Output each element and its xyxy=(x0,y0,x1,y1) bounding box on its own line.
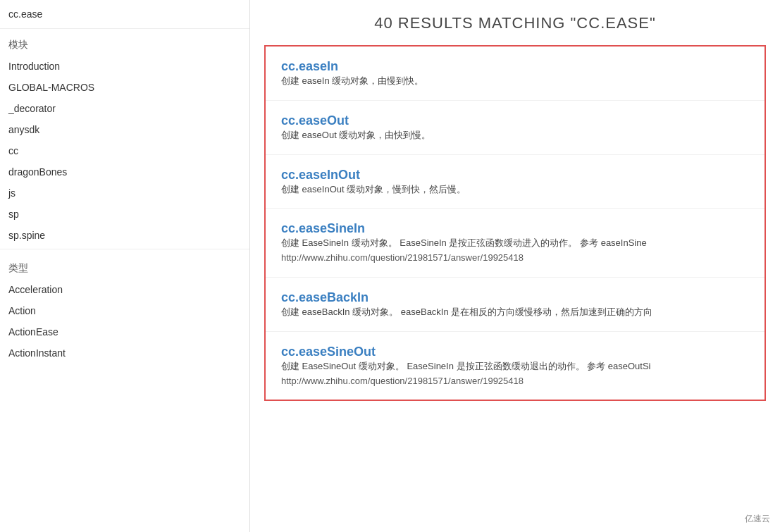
watermark: 亿速云 xyxy=(742,512,773,526)
result-item-0: cc.easeIn 创建 easeIn 缓动对象，由慢到快。 xyxy=(266,47,764,101)
result-title-2[interactable]: cc.easeInOut xyxy=(281,168,360,182)
sidebar-item-js[interactable]: js xyxy=(0,183,249,204)
sidebar-item-acceleration[interactable]: Acceleration xyxy=(0,279,249,300)
results-header: 40 RESULTS MATCHING "CC.EASE" xyxy=(250,0,780,45)
result-title-0[interactable]: cc.easeIn xyxy=(281,59,338,73)
result-item-2: cc.easeInOut 创建 easeInOut 缓动对象，慢到快，然后慢。 xyxy=(266,155,764,209)
result-title-4[interactable]: cc.easeBackIn xyxy=(281,290,369,304)
result-item-5: cc.easeSineOut 创建 EaseSineOut 缓动对象。 Ease… xyxy=(266,332,764,400)
result-desc-3: 创建 EaseSineIn 缓动对象。 EaseSineIn 是按正弦函数缓动进… xyxy=(281,236,749,251)
sidebar-section-modules-label: 模块 xyxy=(0,29,249,56)
sidebar-item-sp[interactable]: sp xyxy=(0,204,249,225)
sidebar-item-introduction[interactable]: Introduction xyxy=(0,56,249,77)
result-desc-4: 创建 easeBackIn 缓动对象。 easeBackIn 是在相反的方向缓慢… xyxy=(281,305,749,320)
result-link-3[interactable]: http://www.zhihu.com/question/21981571/a… xyxy=(281,251,749,266)
sidebar-item-actioninstant[interactable]: ActionInstant xyxy=(0,342,249,364)
sidebar-item-sp-spine[interactable]: sp.spine xyxy=(0,225,249,246)
sidebar-section-types-label: 类型 xyxy=(0,252,249,279)
result-item-1: cc.easeOut 创建 easeOut 缓动对象，由快到慢。 xyxy=(266,101,764,155)
sidebar-item-decorator[interactable]: _decorator xyxy=(0,98,249,119)
sidebar-search-area: cc.ease xyxy=(0,0,249,29)
result-desc-2: 创建 easeInOut 缓动对象，慢到快，然后慢。 xyxy=(281,183,749,197)
sidebar-item-dragonbones[interactable]: dragonBones xyxy=(0,161,249,183)
sidebar-divider xyxy=(0,249,249,249)
result-desc-0: 创建 easeIn 缓动对象，由慢到快。 xyxy=(281,74,749,89)
results-list: cc.easeIn 创建 easeIn 缓动对象，由慢到快。 cc.easeOu… xyxy=(264,45,766,401)
sidebar-item-actionease[interactable]: ActionEase xyxy=(0,321,249,342)
result-title-5[interactable]: cc.easeSineOut xyxy=(281,345,376,359)
result-item-4: cc.easeBackIn 创建 easeBackIn 缓动对象。 easeBa… xyxy=(266,278,764,332)
result-title-1[interactable]: cc.easeOut xyxy=(281,113,349,128)
result-title-3[interactable]: cc.easeSineIn xyxy=(281,221,365,235)
sidebar[interactable]: cc.ease 模块 Introduction GLOBAL-MACROS _d… xyxy=(0,0,250,532)
sidebar-item-cc[interactable]: cc xyxy=(0,140,249,161)
result-desc-5: 创建 EaseSineOut 缓动对象。 EaseSineIn 是按正弦函数缓动… xyxy=(281,359,749,374)
sidebar-item-anysdk[interactable]: anysdk xyxy=(0,119,249,140)
main-content: 40 RESULTS MATCHING "CC.EASE" cc.easeIn … xyxy=(250,0,780,532)
result-item-3: cc.easeSineIn 创建 EaseSineIn 缓动对象。 EaseSi… xyxy=(266,209,764,278)
result-link-5[interactable]: http://www.zhihu.com/question/21981571/a… xyxy=(281,374,749,389)
sidebar-search-value: cc.ease xyxy=(8,6,241,23)
sidebar-item-global-macros[interactable]: GLOBAL-MACROS xyxy=(0,77,249,98)
sidebar-item-action[interactable]: Action xyxy=(0,300,249,321)
result-desc-1: 创建 easeOut 缓动对象，由快到慢。 xyxy=(281,128,749,143)
